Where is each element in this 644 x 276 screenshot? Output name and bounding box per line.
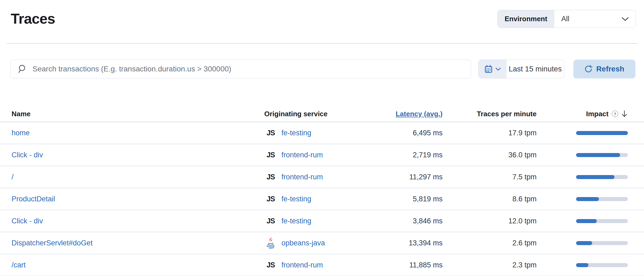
search-icon (18, 64, 27, 74)
latency-cell: 11,885 ms (390, 261, 443, 269)
impact-bar-fill (576, 197, 599, 201)
impact-bar-fill (576, 131, 628, 135)
column-header-name: Name (12, 110, 264, 118)
originating-service-cell: JS fe-testing (264, 217, 390, 225)
latency-cell: 3,846 ms (390, 217, 443, 225)
traces-per-minute-cell: 12.0 tpm (443, 217, 537, 225)
impact-cell (537, 241, 628, 245)
column-header-latency: Latency (avg.) (390, 110, 443, 118)
latency-cell: 13,394 ms (390, 239, 443, 247)
impact-header-label: Impact (586, 110, 609, 118)
column-header-impact[interactable]: Impact ? (537, 110, 628, 118)
trace-row: Click - div JS frontend-rum 2,719 ms 36.… (0, 144, 644, 166)
js-agent-icon: JS (266, 151, 275, 159)
service-link[interactable]: frontend-rum (281, 151, 323, 159)
trace-name-cell: / (12, 173, 264, 181)
search-bar (10, 60, 471, 78)
trace-name-cell: ProductDetail (12, 195, 264, 203)
trace-name-cell: /cart (12, 261, 264, 269)
js-agent-icon: JS (266, 195, 275, 203)
impact-cell (537, 219, 628, 223)
originating-service-cell: JS frontend-rum (264, 261, 390, 269)
help-icon[interactable]: ? (612, 111, 618, 117)
trace-name-link[interactable]: Click - div (12, 151, 43, 159)
environment-select-label: Environment (498, 10, 554, 28)
impact-bar-track (576, 131, 628, 135)
trace-name-link[interactable]: Click - div (12, 217, 43, 225)
agent-icon-box: JS (264, 261, 277, 269)
refresh-button[interactable]: Refresh (573, 60, 635, 78)
trace-name-link[interactable]: ProductDetail (12, 195, 55, 203)
trace-name-link[interactable]: /cart (12, 261, 26, 269)
impact-bar-fill (576, 241, 592, 245)
environment-select[interactable]: Environment All (497, 10, 636, 28)
impact-bar-fill (576, 263, 588, 267)
trace-name-cell: DispatcherServlet#doGet (12, 239, 264, 247)
trace-row: /cart JS frontend-rum 11,885 ms 2.3 tpm (0, 254, 644, 276)
trace-row: / JS frontend-rum 11,297 ms 7.5 tpm (0, 166, 644, 188)
latency-sort-link[interactable]: Latency (avg.) (396, 110, 443, 118)
column-header-traces-per-minute: Traces per minute (443, 110, 537, 118)
trace-name-cell: Click - div (12, 217, 264, 225)
table-header-row: Name Originating service Latency (avg.) … (0, 106, 644, 122)
column-header-originating-service: Originating service (264, 110, 390, 118)
impact-bar-track (576, 175, 628, 179)
impact-bar-fill (576, 175, 614, 179)
chevron-down-icon (622, 17, 629, 21)
latency-cell: 6,495 ms (390, 129, 443, 137)
traces-per-minute-cell: 2.3 tpm (443, 261, 537, 269)
originating-service-cell: JS fe-testing (264, 129, 390, 137)
agent-icon-box: JS (264, 173, 277, 181)
trace-name-link[interactable]: / (12, 173, 14, 181)
refresh-button-label: Refresh (596, 65, 624, 73)
time-range-value[interactable]: Last 15 minutes (506, 60, 564, 78)
js-agent-icon: JS (266, 129, 275, 137)
impact-cell (537, 175, 628, 179)
impact-bar-fill (576, 219, 597, 223)
refresh-icon (584, 65, 592, 73)
impact-bar-track (576, 241, 628, 245)
impact-cell (537, 197, 628, 201)
trace-name-link[interactable]: home (12, 129, 30, 137)
traces-per-minute-cell: 8.6 tpm (443, 195, 537, 203)
trace-row: DispatcherServlet#doGet opbeans-java 13,… (0, 232, 644, 254)
quick-select-menu-button[interactable] (479, 60, 506, 78)
trace-name-cell: Click - div (12, 151, 264, 159)
js-agent-icon: JS (266, 261, 275, 269)
js-agent-icon: JS (266, 217, 275, 225)
environment-select-value[interactable]: All (554, 10, 636, 28)
js-agent-icon: JS (266, 173, 275, 181)
trace-name-link[interactable]: DispatcherServlet#doGet (12, 239, 93, 247)
calendar-icon (484, 65, 493, 73)
agent-icon-box: JS (264, 195, 277, 203)
traces-table: Name Originating service Latency (avg.) … (0, 106, 644, 276)
trace-row: home JS fe-testing 6,495 ms 17.9 tpm (0, 122, 644, 144)
originating-service-cell: JS frontend-rum (264, 151, 390, 159)
chevron-down-icon (495, 67, 501, 71)
table-body: home JS fe-testing 6,495 ms 17.9 tpm Cli… (0, 122, 644, 276)
impact-bar-track (576, 153, 628, 157)
impact-cell (537, 263, 628, 267)
traces-per-minute-cell: 17.9 tpm (443, 129, 537, 137)
search-input[interactable] (10, 60, 471, 78)
latency-cell: 5,819 ms (390, 195, 443, 203)
agent-icon-box: JS (264, 217, 277, 225)
service-link[interactable]: fe-testing (281, 195, 311, 203)
agent-icon-box (264, 237, 277, 249)
service-link[interactable]: fe-testing (281, 129, 311, 137)
trace-row: Click - div JS fe-testing 3,846 ms 12.0 … (0, 210, 644, 232)
page-title: Traces (11, 10, 55, 27)
latency-cell: 11,297 ms (390, 173, 443, 181)
service-link[interactable]: frontend-rum (281, 173, 323, 181)
service-link[interactable]: opbeans-java (281, 239, 325, 247)
java-agent-icon (265, 237, 277, 249)
environment-selected-option: All (561, 15, 569, 23)
time-range-picker: Last 15 minutes (478, 60, 564, 78)
traces-per-minute-cell: 7.5 tpm (443, 173, 537, 181)
service-link[interactable]: frontend-rum (281, 261, 323, 269)
trace-row: ProductDetail JS fe-testing 5,819 ms 8.6… (0, 188, 644, 210)
impact-bar-track (576, 197, 628, 201)
impact-bar-fill (576, 153, 620, 157)
service-link[interactable]: fe-testing (281, 217, 311, 225)
impact-bar-track (576, 263, 628, 267)
